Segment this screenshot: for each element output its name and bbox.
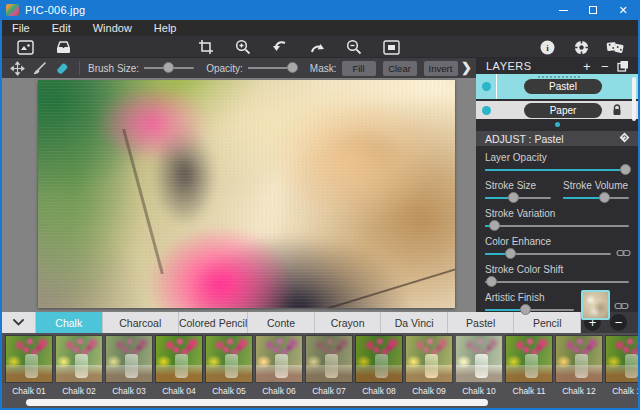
duplicate-layer-icon[interactable] (614, 60, 632, 72)
layer-row-pastel[interactable]: Pastel (476, 74, 638, 99)
slider-knob[interactable] (508, 192, 519, 203)
slider-knob[interactable] (599, 192, 610, 203)
maximize-button[interactable] (578, 0, 608, 20)
mask-fill-button[interactable]: Fill (342, 61, 376, 76)
add-layer-button[interactable]: + (578, 59, 596, 74)
menu-help[interactable]: Help (143, 20, 188, 36)
artistic-finish-texture-thumbnail[interactable] (581, 290, 610, 320)
preset-thumbnail-label: Chalk 03 (105, 386, 153, 396)
style-tab[interactable]: Crayon (315, 312, 382, 333)
preset-thumbnail-item[interactable]: Chalk 09 (405, 335, 453, 396)
preset-thumbnail-image[interactable] (5, 335, 53, 383)
slider-knob[interactable] (620, 164, 631, 175)
slider-knob[interactable] (505, 248, 516, 259)
lock-icon[interactable] (612, 104, 622, 116)
opacity-knob[interactable] (287, 62, 298, 73)
preset-thumbnail-image[interactable] (155, 335, 203, 383)
fit-image-icon[interactable] (382, 38, 400, 56)
strip-scroll-track[interactable] (2, 397, 638, 408)
mask-invert-button[interactable]: Invert (424, 61, 458, 76)
artistic-finish-slider[interactable] (485, 304, 574, 317)
minimize-icon (559, 10, 568, 11)
move-tool-icon[interactable] (9, 60, 25, 76)
preset-thumbnail-image[interactable] (305, 335, 353, 383)
layer-visibility-toggle[interactable] (482, 82, 491, 91)
layer-row-paper[interactable]: Paper (476, 101, 638, 119)
brush-size-slider[interactable] (144, 62, 194, 75)
layer-opacity-slider[interactable] (485, 164, 629, 177)
close-button[interactable]: ✕ (608, 0, 638, 20)
collapse-panel-chevron-icon[interactable]: ❯ (461, 60, 472, 75)
link-icon[interactable] (616, 248, 631, 259)
preset-thumbnail-image[interactable] (605, 335, 638, 383)
stroke-size-slider[interactable] (485, 192, 551, 205)
style-tab[interactable]: Colored Pencil (179, 312, 248, 333)
preset-thumbnail-image[interactable] (455, 335, 503, 383)
mask-clear-button[interactable]: Clear (383, 61, 417, 76)
preset-thumbnail-item[interactable]: Chalk 02 (55, 335, 103, 396)
collapse-strip-chevron-icon[interactable] (2, 312, 36, 333)
eraser-tool-icon[interactable] (53, 60, 69, 76)
brush-size-knob[interactable] (163, 62, 174, 73)
preset-thumbnail-image[interactable] (505, 335, 553, 383)
strip-scrollbar-thumb[interactable] (26, 399, 488, 406)
settings-target-icon[interactable] (572, 38, 590, 56)
photo-preview[interactable] (38, 80, 455, 308)
remove-layer-button[interactable]: − (596, 59, 614, 74)
preset-thumbnail-item[interactable]: Chalk 07 (305, 335, 353, 396)
stroke-volume-slider[interactable] (563, 192, 629, 205)
zoom-out-icon[interactable] (345, 38, 363, 56)
slider-knob[interactable] (520, 304, 531, 315)
window-title: PIC-006.jpg (25, 4, 548, 16)
preset-thumbnail-item[interactable]: Chalk 04 (155, 335, 203, 396)
opacity-slider[interactable] (248, 62, 298, 75)
zoom-in-icon[interactable] (234, 38, 252, 56)
menu-file[interactable]: File (2, 20, 41, 36)
style-tab[interactable]: Chalk (36, 312, 103, 333)
preset-thumbnail-item[interactable]: Chalk 03 (105, 335, 153, 396)
stroke-variation-slider[interactable] (485, 220, 629, 233)
slider-knob[interactable] (486, 276, 497, 287)
info-icon[interactable]: i (538, 38, 556, 56)
random-dice-icon[interactable] (606, 38, 624, 56)
redo-icon[interactable] (308, 38, 326, 56)
layer-name[interactable]: Paper (524, 103, 602, 118)
layer-drag-grip[interactable] (538, 76, 582, 78)
preset-thumbnail-image[interactable] (205, 335, 253, 383)
brush-tool-icon[interactable] (31, 60, 47, 76)
preset-thumbnail-item[interactable]: Chalk 01 (5, 335, 53, 396)
style-tab[interactable]: Charcoal (103, 312, 179, 333)
undo-icon[interactable] (271, 38, 289, 56)
layers-scrollbar[interactable] (632, 77, 636, 121)
preset-thumbnail-image[interactable] (55, 335, 103, 383)
layer-name[interactable]: Pastel (524, 79, 602, 94)
reset-adjust-icon[interactable] (618, 131, 631, 146)
layer-visibility-toggle[interactable] (482, 106, 491, 115)
canvas-area[interactable] (2, 78, 476, 312)
adjust-header: ADJUST : Pastel (476, 131, 638, 146)
minimize-button[interactable] (548, 0, 578, 20)
open-image-icon[interactable] (16, 38, 34, 56)
preset-thumbnail-image[interactable] (255, 335, 303, 383)
link-icon[interactable] (614, 301, 629, 312)
preset-thumbnail-item[interactable]: Chalk 11 (505, 335, 553, 396)
style-tab[interactable]: Da Vinci (381, 312, 448, 333)
save-icon[interactable] (54, 38, 72, 56)
preset-thumbnail-item[interactable]: Chalk 12 (555, 335, 603, 396)
preset-thumbnail-item[interactable]: Chalk 10 (455, 335, 503, 396)
preset-thumbnail-item[interactable]: Chalk 06 (255, 335, 303, 396)
preset-thumbnail-image[interactable] (405, 335, 453, 383)
preset-thumbnail-item[interactable]: Chalk 08 (355, 335, 403, 396)
menu-edit[interactable]: Edit (41, 20, 82, 36)
color-enhance-slider[interactable] (485, 248, 611, 261)
preset-thumbnail-item[interactable]: Chalk 13 (605, 335, 638, 396)
preset-thumbnail-item[interactable]: Chalk 05 (205, 335, 253, 396)
style-tab[interactable]: Conte (248, 312, 315, 333)
preset-thumbnail-image[interactable] (355, 335, 403, 383)
crop-icon[interactable] (197, 38, 215, 56)
slider-knob[interactable] (489, 220, 500, 231)
preset-thumbnail-image[interactable] (555, 335, 603, 383)
menu-window[interactable]: Window (82, 20, 143, 36)
stroke-color-shift-slider[interactable] (485, 276, 629, 289)
preset-thumbnail-image[interactable] (105, 335, 153, 383)
